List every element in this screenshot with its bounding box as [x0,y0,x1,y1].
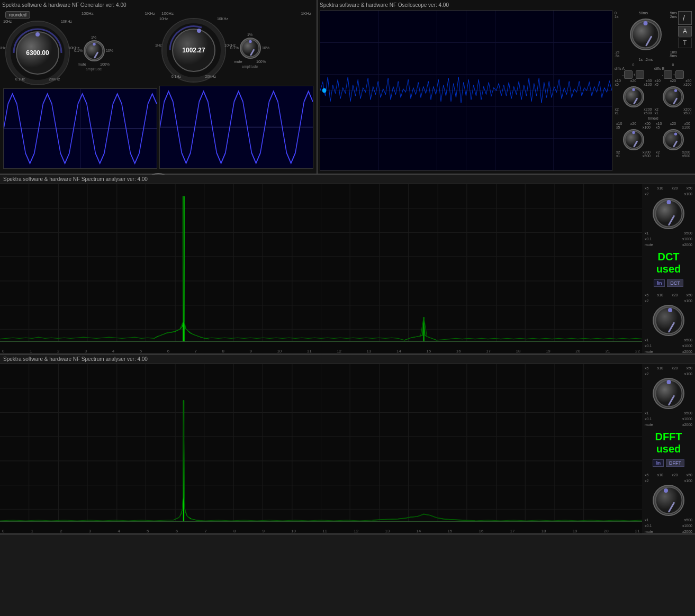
spectrum2-scale-knob-top[interactable] [653,378,684,409]
generator-channel-a: rounded 100Hz 1KHz [2,10,158,171]
svg-point-84 [668,308,672,312]
spectrum2-mode-label: DFFT used [644,431,693,455]
spectrum1-scale-knob-bottom[interactable] [653,305,684,336]
spectrum-panel-2: Spektra software & hardware NF Spectrum … [0,355,695,535]
svg-point-115 [666,380,671,384]
oscilloscope-display [320,10,612,171]
freq-knob-b[interactable]: 1002.27 10Hz10KHz 1Hz 10KHz 0.1Hz20KHz [159,16,228,85]
spectrum2-dfft-btn[interactable]: DFFT [666,459,684,467]
amp-knob-a[interactable] [84,40,105,61]
time-scale-knob-b[interactable] [663,129,684,150]
svg-point-117 [664,488,668,493]
time-knob[interactable] [630,19,662,50]
svg-point-43 [632,88,635,91]
svg-point-82 [666,200,671,204]
svg-point-116 [655,487,682,514]
nf-oscilloscope-panel: Spektra software & hardware NF Oscilosco… [318,0,695,174]
wave-display-a [3,88,157,169]
vol-minus-b[interactable] [664,70,672,79]
generator-title: Spektra software & hardware NF Generator… [2,2,314,8]
svg-point-45 [674,89,676,92]
amp-section-b: 1% 0.1% 10% [230,33,269,68]
vol-plus-b[interactable] [675,70,684,79]
svg-point-3 [35,32,40,37]
spectrum2-title: Spektra software & hardware NF Spectrum … [0,355,695,364]
osc-controls-panel: 0 50ms 5ms 1s 2ms [613,10,693,171]
vol-minus-a[interactable] [624,70,633,79]
t-button[interactable]: T [678,38,692,48]
svg-point-39 [322,88,327,93]
spectrum1-mode-label: DCT used [644,251,693,275]
spectrum2-controls: x5x10x20x50 x2x100 x1x500 x0.1x1000 mute… [642,364,695,533]
svg-point-14 [249,40,251,42]
a-button[interactable]: A [678,26,692,37]
svg-point-41 [644,21,648,25]
spectrum1-controls: x5x10x20x50 x2x100 x1x500 x0.1x1000 mute… [642,184,695,354]
amp-label-b: amplitude [242,65,258,68]
spectrum2-lin-btn[interactable]: lin [653,459,664,467]
spectrum1-scale-knob-top[interactable] [653,198,684,229]
svg-point-49 [674,133,676,135]
amp-section-a: 1% 0.1% 10% [74,35,113,71]
volt-knob-b[interactable] [663,86,684,107]
svg-point-12 [197,29,201,33]
spectrum1-title: Spektra software & hardware NF Spectrum … [0,175,695,184]
freq-value-b: 1002.27 [182,47,205,54]
time-scale-knob-a[interactable] [623,129,644,150]
volt-knob-a[interactable] [623,86,644,107]
spectrum-panel-1: Spektra software & hardware NF Spectrum … [0,175,695,355]
spectrum1-dct-btn[interactable]: DCT [667,279,683,287]
spectrum1-lin-btn[interactable]: lin [654,279,665,287]
nf-generator-panel: Spektra software & hardware NF Generator… [0,0,318,174]
slash-button[interactable]: / [678,11,692,25]
spectrum2-scale-knob-bottom[interactable] [653,485,684,516]
volt-controls-b: 0 diffs B - + x10x20x50 [654,63,692,115]
spectrum1-plot: 012345678910111213141516171819202122 [ K… [0,184,642,354]
svg-point-44 [664,88,681,105]
oscilloscope-title: Spektra software & hardware NF Oscilosco… [320,2,693,8]
amp-label-a: amplitude [86,67,102,71]
svg-point-47 [632,131,635,134]
spectrum2-mode-buttons: lin DFFT [653,459,684,467]
generator-channel-b: 100Hz 1KHz [158,10,314,171]
amp-knob-b[interactable] [240,38,261,59]
spectrum2-plot: 0123456789101112131415161718192021 [ KHz… [0,364,642,533]
freq-value-a: 6300.00 [26,49,49,57]
rounded-button[interactable]: rounded [5,11,30,19]
freq-knob-a[interactable]: 6300.00 10Hz10KHz 1Hz 10KHz 0.1Hz20KHz [3,19,72,87]
volt-controls-a: 0 diffs A - + x10x20x50 [615,63,652,115]
wave-display-b [159,86,313,169]
svg-point-48 [664,131,681,148]
vol-plus-a[interactable] [636,70,644,79]
svg-point-5 [93,42,95,45]
spectrum1-mode-buttons: lin DCT [654,279,683,287]
